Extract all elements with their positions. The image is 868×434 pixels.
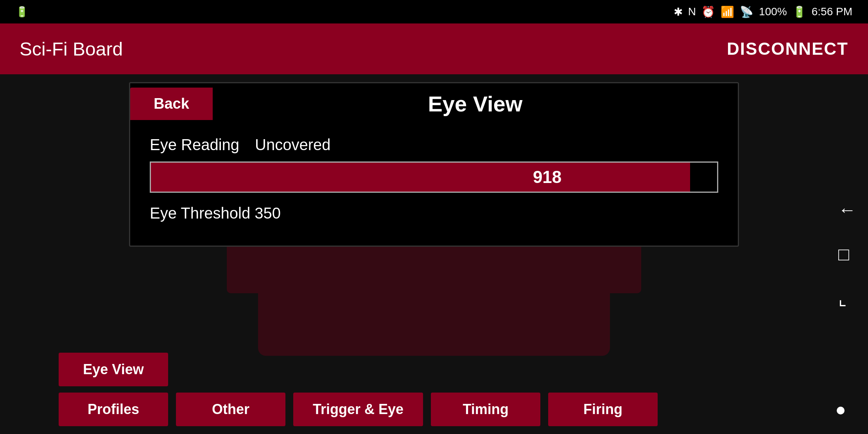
- trigger-eye-nav-button[interactable]: Trigger & Eye: [293, 393, 423, 426]
- eye-value: 918: [533, 167, 561, 187]
- back-button[interactable]: Back: [130, 88, 213, 120]
- side-nav: ← □ ⌞: [838, 199, 856, 309]
- battery-icon: 🔋: [793, 5, 806, 18]
- bluetooth-icon: ✱: [674, 5, 683, 18]
- eye-threshold-label: Eye Threshold 350: [150, 204, 718, 222]
- timing-nav-button[interactable]: Timing: [431, 393, 540, 426]
- battery-100-icon: 🔋: [16, 6, 28, 18]
- square-outline-icon[interactable]: □: [838, 244, 856, 265]
- eye-reading-status: Uncovered: [255, 136, 330, 154]
- modal-header: Back Eye View: [130, 83, 738, 124]
- nfc-icon: N: [688, 5, 696, 18]
- alarm-icon: ⏰: [701, 5, 715, 18]
- status-right: ✱ N ⏰ 📶 📡 100% 🔋 6:56 PM: [674, 5, 852, 18]
- bottom-nav-row2: Profiles Other Trigger & Eye Timing Firi…: [59, 393, 809, 426]
- modal-title: Eye View: [213, 83, 738, 124]
- firing-nav-button[interactable]: Firing: [548, 393, 658, 426]
- bottom-right-indicator: [837, 407, 845, 414]
- app-bar: Sci-Fi Board DISCONNECT: [0, 23, 868, 74]
- eye-reading-row: Eye Reading Uncovered: [150, 136, 718, 154]
- status-bar: 🔋 ✱ N ⏰ 📶 📡 100% 🔋 6:56 PM: [0, 0, 868, 23]
- app-title: Sci-Fi Board: [20, 38, 123, 60]
- back-arrow-icon[interactable]: ←: [838, 199, 856, 220]
- battery-percent: 100%: [759, 5, 787, 18]
- eye-view-modal: Back Eye View Eye Reading Uncovered 918 …: [129, 82, 739, 247]
- eye-reading-label: Eye Reading: [150, 136, 239, 154]
- progress-right-fill: 918: [377, 163, 717, 192]
- progress-left-fill: [151, 163, 377, 192]
- corner-icon[interactable]: ⌞: [838, 288, 856, 309]
- bottom-nav-row1: Eye View: [59, 353, 809, 386]
- bottom-nav: Eye View Profiles Other Trigger & Eye Ti…: [0, 345, 868, 434]
- signal-icon: 📡: [740, 5, 753, 18]
- eye-view-nav-button[interactable]: Eye View: [59, 353, 168, 386]
- disconnect-button[interactable]: DISCONNECT: [727, 39, 848, 59]
- modal-body: Eye Reading Uncovered 918 Eye Threshold …: [130, 124, 738, 246]
- main-content: Back Eye View Eye Reading Uncovered 918 …: [0, 74, 868, 434]
- other-nav-button[interactable]: Other: [176, 393, 285, 426]
- profiles-nav-button[interactable]: Profiles: [59, 393, 168, 426]
- status-left: 🔋: [16, 6, 28, 18]
- wifi-icon: 📶: [721, 5, 734, 18]
- time-display: 6:56 PM: [812, 5, 852, 18]
- eye-progress-bar: 918: [150, 161, 718, 193]
